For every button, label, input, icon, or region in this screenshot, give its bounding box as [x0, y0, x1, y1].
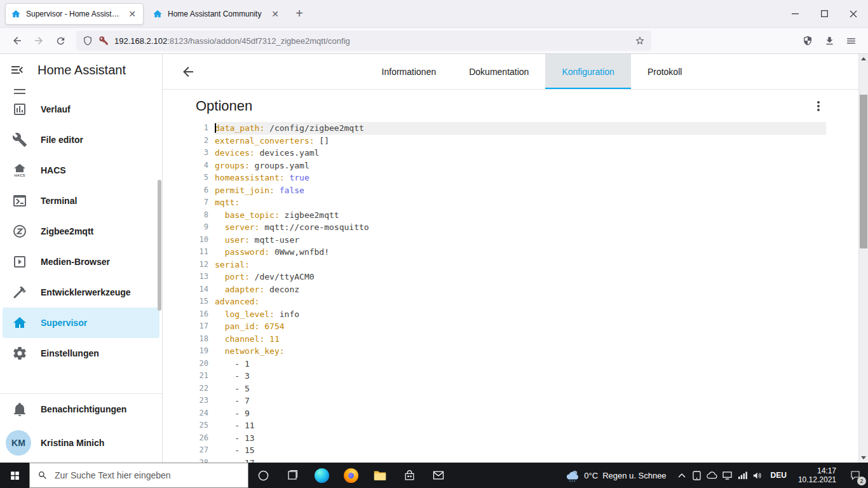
page-scrollbar[interactable]	[858, 54, 868, 463]
browser-tab-supervisor[interactable]: Supervisor - Home Assistant ✕	[5, 3, 144, 25]
menu-hamburger-icon[interactable]	[840, 30, 862, 51]
sidebar-item-terminal[interactable]: Terminal	[3, 186, 159, 216]
code-editor[interactable]: 1data_path: /config/zigbee2mqtt2external…	[196, 122, 826, 463]
code-line[interactable]: 18 channel: 11	[196, 333, 826, 346]
code-line[interactable]: 27 - 15	[196, 444, 826, 457]
code-line[interactable]: 13 port: /dev/ttyACM0	[196, 271, 826, 283]
task-view-button[interactable]	[278, 463, 307, 488]
code-line[interactable]: 26 - 13	[196, 432, 826, 445]
code-line[interactable]: 14 adapter: deconz	[196, 283, 826, 296]
scroll-down-arrow-icon[interactable]	[859, 453, 868, 463]
code-line[interactable]: 4groups: groups.yaml	[196, 159, 826, 172]
onedrive-cloud-icon[interactable]	[705, 463, 720, 488]
microsoft-store-button[interactable]	[395, 463, 424, 488]
code-line[interactable]: 20 - 1	[196, 358, 826, 370]
sidebar-item-label: HACS	[41, 165, 66, 175]
code-line[interactable]: 9 server: mqtt://core-mosquitto	[196, 221, 826, 234]
url-bar[interactable]: 192.168.2.102:8123/hassio/addon/45df7312…	[76, 30, 651, 51]
code-line[interactable]: 22 - 5	[196, 383, 826, 395]
cortana-button[interactable]	[248, 463, 278, 488]
tab-close-icon[interactable]: ✕	[126, 10, 138, 18]
mail-button[interactable]	[424, 463, 453, 488]
privacy-shield-icon[interactable]	[797, 30, 818, 51]
new-tab-button[interactable]: +	[290, 4, 309, 24]
sidebar-item-benachrichtigungen[interactable]: Benachrichtigungen	[3, 394, 159, 424]
code-line[interactable]: 2external_converters: []	[196, 135, 826, 147]
sidebar-item-zigbee2mqtt[interactable]: Zigbee2mqtt	[3, 216, 159, 247]
sidebar-item-file-editor[interactable]: File editor	[3, 125, 159, 155]
taskbar-clock[interactable]: 14:17 10.12.2021	[792, 466, 843, 484]
sidebar-item-medien-browser[interactable]: Medien-Browser	[3, 247, 159, 277]
taskbar-weather[interactable]: 0°C Regen u. Schnee	[558, 468, 674, 482]
signal-icon[interactable]	[735, 463, 750, 488]
forward-button[interactable]	[28, 30, 50, 51]
volume-icon[interactable]	[750, 463, 766, 488]
language-indicator[interactable]: DEU	[766, 471, 792, 480]
code-line[interactable]: 28 - 17	[196, 457, 826, 463]
scroll-up-arrow-icon[interactable]	[859, 54, 868, 64]
sidebar-item-verlauf[interactable]: Verlauf	[3, 94, 159, 125]
code-line[interactable]: 25 - 11	[196, 419, 826, 432]
tab-close-icon[interactable]: ✕	[269, 10, 281, 18]
line-number: 25	[196, 419, 215, 432]
back-arrow-icon[interactable]	[180, 64, 196, 79]
line-number: 26	[196, 432, 215, 445]
code-line[interactable]: 8 base_topic: zigbee2mqtt	[196, 209, 826, 222]
back-button[interactable]	[6, 30, 28, 51]
addon-tabs: Informationen Dokumentation Konfiguratio…	[365, 54, 699, 89]
code-line[interactable]: 11 password: 0Www,wnfbd!	[196, 246, 826, 259]
browser-tab-community[interactable]: Home Assistant Community ✕	[147, 3, 286, 25]
firefox-button[interactable]	[336, 463, 365, 488]
start-button[interactable]	[0, 463, 29, 488]
file-explorer-button[interactable]	[365, 463, 395, 488]
code-line[interactable]: 15advanced:	[196, 295, 826, 308]
tab-protokoll[interactable]: Protokoll	[631, 54, 698, 89]
line-number: 15	[196, 295, 215, 308]
network-icon[interactable]	[720, 463, 735, 488]
code-line[interactable]: 3devices: devices.yaml	[196, 147, 826, 159]
downloads-icon[interactable]	[818, 30, 840, 51]
sidebar-item-supervisor[interactable]: Supervisor	[3, 308, 159, 338]
maximize-button[interactable]	[810, 0, 839, 27]
code-line[interactable]: 19 network_key:	[196, 345, 826, 358]
close-window-button[interactable]	[839, 0, 868, 27]
taskbar-search[interactable]: Zur Suche Text hier eingeben	[29, 463, 248, 488]
key-icon[interactable]	[98, 36, 109, 46]
code-line[interactable]: 16 log_level: info	[196, 308, 826, 321]
sidebar-scrollbar-thumb[interactable]	[158, 180, 161, 311]
sidebar-item-entwicklerwerkzeuge[interactable]: Entwicklerwerkzeuge	[3, 277, 159, 308]
code-line[interactable]: 24 - 9	[196, 407, 826, 420]
url-text[interactable]: 192.168.2.102:8123/hassio/addon/45df7312…	[114, 36, 629, 46]
code-line[interactable]: 6permit_join: false	[196, 184, 826, 197]
phone-link-icon[interactable]	[689, 463, 705, 488]
svg-text:HACS: HACS	[14, 173, 25, 177]
code-line[interactable]: 7mqtt:	[196, 196, 826, 209]
tab-dokumentation[interactable]: Dokumentation	[452, 54, 545, 89]
sidebar-item-partial[interactable]	[0, 86, 162, 94]
bookmark-star-icon[interactable]	[635, 36, 645, 46]
code-line[interactable]: 5homeassistant: true	[196, 172, 826, 184]
edge-button[interactable]	[307, 463, 336, 488]
tray-expand-chevron-icon[interactable]	[674, 463, 689, 488]
sidebar-toggle-icon[interactable]	[10, 62, 25, 78]
tab-informationen[interactable]: Informationen	[365, 54, 453, 89]
code-line[interactable]: 10 user: mqtt-user	[196, 234, 826, 247]
sidebar-item-label: Benachrichtigungen	[41, 404, 126, 414]
reload-button[interactable]	[50, 30, 71, 51]
sidebar-item-label: Entwicklerwerkzeuge	[41, 287, 131, 297]
action-center-button[interactable]: 2	[843, 463, 868, 488]
shield-icon[interactable]	[83, 36, 93, 46]
gear-icon	[12, 346, 27, 361]
sidebar-user[interactable]: KM Kristina Minich	[0, 424, 162, 461]
minimize-button[interactable]	[780, 0, 810, 27]
sidebar-item-einstellungen[interactable]: Einstellungen	[3, 338, 159, 369]
tab-konfiguration[interactable]: Konfiguration	[545, 54, 631, 89]
code-line[interactable]: 21 - 3	[196, 370, 826, 383]
sidebar-item-hacs[interactable]: HACS HACS	[3, 155, 159, 186]
page-scrollbar-thumb[interactable]	[860, 95, 867, 248]
more-vert-icon[interactable]	[811, 98, 826, 114]
code-line[interactable]: 23 - 7	[196, 395, 826, 407]
code-line[interactable]: 17 pan_id: 6754	[196, 320, 826, 333]
code-line[interactable]: 12serial:	[196, 259, 826, 271]
code-line[interactable]: 1data_path: /config/zigbee2mqtt	[196, 122, 826, 135]
